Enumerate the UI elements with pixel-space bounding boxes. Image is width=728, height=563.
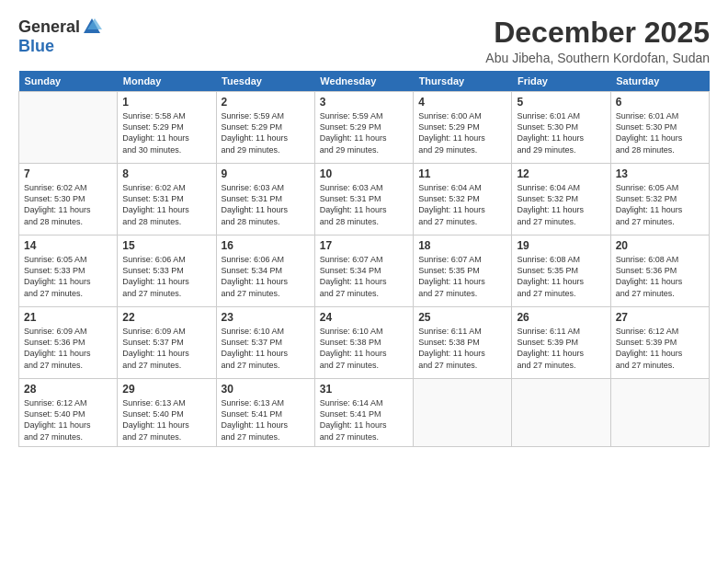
day-info: Sunrise: 6:05 AM Sunset: 5:33 PM Dayligh…: [24, 254, 112, 299]
calendar-cell: 8Sunrise: 6:02 AM Sunset: 5:31 PM Daylig…: [118, 164, 216, 236]
logo: General Blue: [18, 17, 102, 56]
calendar-week-5: 28Sunrise: 6:12 AM Sunset: 5:40 PM Dayli…: [19, 379, 710, 447]
calendar-cell: [610, 379, 709, 447]
calendar-table: SundayMondayTuesdayWednesdayThursdayFrid…: [18, 71, 710, 447]
day-info: Sunrise: 6:05 AM Sunset: 5:32 PM Dayligh…: [616, 182, 704, 227]
calendar-header-monday: Monday: [118, 71, 216, 92]
day-info: Sunrise: 5:59 AM Sunset: 5:29 PM Dayligh…: [320, 110, 408, 155]
calendar-cell: 9Sunrise: 6:03 AM Sunset: 5:31 PM Daylig…: [216, 164, 314, 236]
day-info: Sunrise: 6:09 AM Sunset: 5:37 PM Dayligh…: [122, 326, 210, 371]
day-info: Sunrise: 6:01 AM Sunset: 5:30 PM Dayligh…: [517, 110, 605, 155]
day-info: Sunrise: 6:09 AM Sunset: 5:36 PM Dayligh…: [24, 326, 112, 371]
day-number: 18: [418, 239, 506, 252]
day-info: Sunrise: 6:10 AM Sunset: 5:37 PM Dayligh…: [222, 326, 310, 371]
day-info: Sunrise: 6:12 AM Sunset: 5:40 PM Dayligh…: [24, 397, 112, 442]
day-info: Sunrise: 6:08 AM Sunset: 5:35 PM Dayligh…: [517, 254, 605, 299]
day-info: Sunrise: 6:02 AM Sunset: 5:30 PM Dayligh…: [24, 182, 112, 227]
day-number: 7: [24, 167, 112, 180]
calendar-week-2: 7Sunrise: 6:02 AM Sunset: 5:30 PM Daylig…: [19, 164, 710, 236]
calendar-week-1: 1Sunrise: 5:58 AM Sunset: 5:29 PM Daylig…: [19, 92, 710, 164]
title-block: December 2025 Abu Jibeha, Southern Kordo…: [485, 17, 710, 65]
calendar-cell: 27Sunrise: 6:12 AM Sunset: 5:39 PM Dayli…: [610, 307, 709, 379]
calendar-week-3: 14Sunrise: 6:05 AM Sunset: 5:33 PM Dayli…: [19, 236, 710, 307]
calendar-cell: [19, 92, 118, 164]
day-number: 2: [222, 96, 310, 109]
day-number: 14: [24, 239, 112, 252]
calendar-cell: [414, 379, 512, 447]
day-number: 27: [616, 311, 704, 324]
day-number: 25: [418, 311, 506, 324]
calendar-cell: 6Sunrise: 6:01 AM Sunset: 5:30 PM Daylig…: [610, 92, 709, 164]
calendar-cell: 2Sunrise: 5:59 AM Sunset: 5:29 PM Daylig…: [216, 92, 314, 164]
day-info: Sunrise: 6:04 AM Sunset: 5:32 PM Dayligh…: [418, 182, 506, 227]
day-number: 8: [122, 167, 210, 180]
calendar-header-row: SundayMondayTuesdayWednesdayThursdayFrid…: [19, 71, 710, 92]
day-info: Sunrise: 6:03 AM Sunset: 5:31 PM Dayligh…: [222, 182, 310, 227]
calendar-cell: 15Sunrise: 6:06 AM Sunset: 5:33 PM Dayli…: [118, 236, 216, 307]
day-number: 31: [320, 383, 408, 396]
day-number: 21: [24, 311, 112, 324]
day-number: 4: [418, 96, 506, 109]
calendar-cell: 11Sunrise: 6:04 AM Sunset: 5:32 PM Dayli…: [414, 164, 512, 236]
calendar-cell: 16Sunrise: 6:06 AM Sunset: 5:34 PM Dayli…: [216, 236, 314, 307]
day-number: 12: [517, 167, 605, 180]
calendar-cell: 18Sunrise: 6:07 AM Sunset: 5:35 PM Dayli…: [414, 236, 512, 307]
calendar-cell: 14Sunrise: 6:05 AM Sunset: 5:33 PM Dayli…: [19, 236, 118, 307]
calendar-cell: 7Sunrise: 6:02 AM Sunset: 5:30 PM Daylig…: [19, 164, 118, 236]
calendar-cell: 13Sunrise: 6:05 AM Sunset: 5:32 PM Dayli…: [610, 164, 709, 236]
day-info: Sunrise: 6:10 AM Sunset: 5:38 PM Dayligh…: [320, 326, 408, 371]
day-number: 1: [122, 96, 210, 109]
day-number: 13: [616, 167, 704, 180]
day-number: 29: [122, 383, 210, 396]
day-number: 24: [320, 311, 408, 324]
calendar-cell: 19Sunrise: 6:08 AM Sunset: 5:35 PM Dayli…: [512, 236, 610, 307]
day-info: Sunrise: 6:13 AM Sunset: 5:41 PM Dayligh…: [222, 397, 310, 442]
day-info: Sunrise: 6:13 AM Sunset: 5:40 PM Dayligh…: [122, 397, 210, 442]
calendar-header-wednesday: Wednesday: [314, 71, 413, 92]
day-number: 19: [517, 239, 605, 252]
day-number: 9: [222, 167, 310, 180]
day-info: Sunrise: 5:59 AM Sunset: 5:29 PM Dayligh…: [222, 110, 310, 155]
calendar-week-4: 21Sunrise: 6:09 AM Sunset: 5:36 PM Dayli…: [19, 307, 710, 379]
day-number: 16: [222, 239, 310, 252]
day-number: 17: [320, 239, 408, 252]
day-number: 10: [320, 167, 408, 180]
calendar-cell: 10Sunrise: 6:03 AM Sunset: 5:31 PM Dayli…: [314, 164, 413, 236]
calendar-cell: 3Sunrise: 5:59 AM Sunset: 5:29 PM Daylig…: [314, 92, 413, 164]
day-number: 20: [616, 239, 704, 252]
calendar-cell: 30Sunrise: 6:13 AM Sunset: 5:41 PM Dayli…: [216, 379, 314, 447]
calendar-cell: 25Sunrise: 6:11 AM Sunset: 5:38 PM Dayli…: [414, 307, 512, 379]
calendar-cell: 4Sunrise: 6:00 AM Sunset: 5:29 PM Daylig…: [414, 92, 512, 164]
calendar-header-tuesday: Tuesday: [216, 71, 314, 92]
day-info: Sunrise: 6:01 AM Sunset: 5:30 PM Dayligh…: [616, 110, 704, 155]
day-number: 3: [320, 96, 408, 109]
calendar-cell: 22Sunrise: 6:09 AM Sunset: 5:37 PM Dayli…: [118, 307, 216, 379]
month-title: December 2025: [485, 17, 710, 49]
day-info: Sunrise: 6:11 AM Sunset: 5:39 PM Dayligh…: [517, 326, 605, 371]
calendar-cell: 5Sunrise: 6:01 AM Sunset: 5:30 PM Daylig…: [512, 92, 610, 164]
day-info: Sunrise: 6:03 AM Sunset: 5:31 PM Dayligh…: [320, 182, 408, 227]
day-info: Sunrise: 6:04 AM Sunset: 5:32 PM Dayligh…: [517, 182, 605, 227]
logo-blue: Blue: [18, 37, 54, 56]
day-info: Sunrise: 6:12 AM Sunset: 5:39 PM Dayligh…: [616, 326, 704, 371]
day-number: 6: [616, 96, 704, 109]
day-number: 28: [24, 383, 112, 396]
calendar-cell: 20Sunrise: 6:08 AM Sunset: 5:36 PM Dayli…: [610, 236, 709, 307]
calendar-header-thursday: Thursday: [414, 71, 512, 92]
day-number: 30: [222, 383, 310, 396]
calendar-cell: 21Sunrise: 6:09 AM Sunset: 5:36 PM Dayli…: [19, 307, 118, 379]
calendar-header-saturday: Saturday: [610, 71, 709, 92]
day-info: Sunrise: 6:08 AM Sunset: 5:36 PM Dayligh…: [616, 254, 704, 299]
day-info: Sunrise: 6:00 AM Sunset: 5:29 PM Dayligh…: [418, 110, 506, 155]
calendar-cell: 28Sunrise: 6:12 AM Sunset: 5:40 PM Dayli…: [19, 379, 118, 447]
day-info: Sunrise: 6:07 AM Sunset: 5:35 PM Dayligh…: [418, 254, 506, 299]
calendar-cell: 12Sunrise: 6:04 AM Sunset: 5:32 PM Dayli…: [512, 164, 610, 236]
page: General Blue December 2025 Abu Jibeha, S…: [0, 0, 728, 563]
logo-icon: [82, 17, 102, 37]
calendar-cell: 17Sunrise: 6:07 AM Sunset: 5:34 PM Dayli…: [314, 236, 413, 307]
day-info: Sunrise: 5:58 AM Sunset: 5:29 PM Dayligh…: [122, 110, 210, 155]
day-number: 11: [418, 167, 506, 180]
header: General Blue December 2025 Abu Jibeha, S…: [18, 17, 710, 65]
day-info: Sunrise: 6:14 AM Sunset: 5:41 PM Dayligh…: [320, 397, 408, 442]
calendar-header-friday: Friday: [512, 71, 610, 92]
